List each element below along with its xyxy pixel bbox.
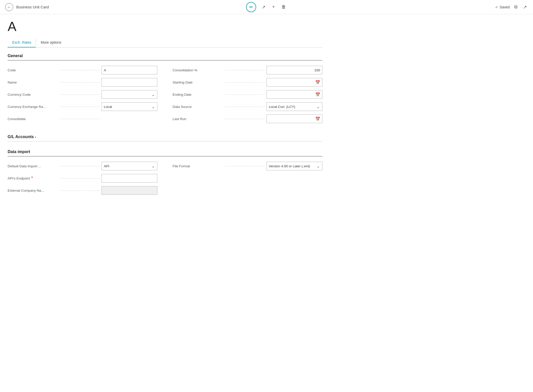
currency-exchange-rate-label: Currency Exchange Ra... (8, 105, 58, 109)
share-button[interactable]: ↗ (261, 3, 266, 11)
gl-accounts-title: G/L Accounts (8, 135, 34, 139)
gl-accounts-section: G/L Accounts › (8, 135, 322, 141)
field-row-starting-date: Starting Date 📅 (173, 78, 322, 87)
edit-button[interactable]: ✏ (246, 2, 256, 12)
code-field[interactable] (102, 66, 157, 74)
data-import-fields-grid: Default Data Import ... API (8, 161, 322, 198)
toolbar-center: ✏ ↗ + 🗑 (246, 2, 287, 12)
saved-indicator: ✓ Saved (495, 5, 510, 9)
last-run-label: Last Run (173, 117, 223, 121)
saved-label: Saved (499, 5, 510, 9)
open-new-tab-button[interactable]: ⧉ (513, 3, 519, 11)
file-format-input-wrapper: Version 4.00 or Later (.xml) (266, 162, 322, 170)
code-label: Code (8, 68, 58, 72)
default-data-import-select[interactable]: API (102, 162, 157, 170)
data-source-dots (225, 107, 265, 107)
consolidation-pct-field[interactable] (266, 66, 322, 74)
delete-button[interactable]: 🗑 (280, 3, 287, 11)
starting-date-label: Starting Date (173, 80, 223, 84)
data-source-select[interactable]: Local Curr. (LCY) (266, 102, 322, 111)
ending-date-input-wrapper: 📅 (266, 90, 322, 99)
saved-checkmark: ✓ (495, 5, 498, 9)
general-section: General Code Name (8, 54, 322, 126)
general-section-header: General (8, 54, 322, 60)
consolidation-pct-input-wrapper (266, 66, 322, 74)
tab-exch-rates[interactable]: Exch. Rates (8, 38, 36, 47)
last-run-input-wrapper: 📅 (266, 115, 322, 123)
default-data-import-dots (60, 166, 100, 166)
data-import-section-header: Data import (8, 150, 322, 156)
field-row-data-source: Data Source Local Curr. (LCY) (173, 102, 322, 111)
field-row-consolidate: Consolidate (8, 114, 157, 123)
tabs: Exch. Rates More options (8, 38, 322, 47)
last-run-dots (225, 119, 265, 119)
field-row-external-company-name: External Company Na... (8, 186, 157, 195)
field-row-consolidation-pct: Consolidation % (173, 66, 322, 75)
starting-date-input-wrapper: 📅 (266, 78, 322, 87)
field-row-apis-endpoint: API's Endpoint * (8, 174, 157, 183)
edit-icon: ✏ (249, 4, 253, 10)
name-input-wrapper (102, 78, 157, 87)
required-star-icon: * (31, 176, 33, 181)
currency-exchange-rate-input-wrapper: Local (102, 102, 157, 111)
consolidate-input-wrapper (102, 117, 157, 121)
file-format-label: File Format (173, 164, 223, 168)
field-row-default-data-import: Default Data Import ... API (8, 161, 157, 171)
name-field[interactable] (102, 78, 157, 87)
page-title: Business Unit Card (16, 5, 49, 9)
last-run-field[interactable] (266, 115, 322, 123)
currency-code-input-wrapper (102, 90, 157, 99)
default-data-import-label: Default Data Import ... (8, 164, 58, 168)
gl-accounts-section-header[interactable]: G/L Accounts › (8, 135, 322, 141)
external-company-name-input-wrapper (102, 186, 157, 195)
currency-exchange-rate-select[interactable]: Local (102, 102, 157, 111)
data-source-label: Data Source (173, 105, 223, 109)
data-source-input-wrapper: Local Curr. (LCY) (266, 102, 322, 111)
apis-endpoint-dots (60, 178, 100, 178)
currency-code-label: Currency Code (8, 93, 58, 96)
field-row-currency-exchange-rate: Currency Exchange Ra... Local (8, 102, 157, 111)
name-dots (60, 82, 100, 83)
external-company-name-dots (60, 190, 100, 191)
record-title: A (8, 19, 322, 34)
field-row-code: Code (8, 66, 157, 75)
consolidate-label: Consolidate (8, 117, 58, 121)
starting-date-dots (225, 82, 265, 83)
consolidation-pct-dots (225, 70, 265, 70)
external-company-name-label: External Company Na... (8, 189, 58, 192)
gl-accounts-chevron-icon: › (35, 135, 36, 139)
currency-code-dots (60, 94, 100, 95)
code-input-wrapper (102, 66, 157, 74)
data-import-section: Data import Default Data Import ... API (8, 150, 322, 198)
ending-date-label: Ending Date (173, 93, 223, 96)
general-fields-grid: Code Name (8, 66, 322, 126)
apis-endpoint-field[interactable] (102, 174, 157, 183)
tab-more-options[interactable]: More options (36, 38, 66, 47)
field-row-ending-date: Ending Date 📅 (173, 90, 322, 99)
file-format-select[interactable]: Version 4.00 or Later (.xml) (266, 162, 322, 170)
external-company-name-field (102, 186, 157, 195)
expand-button[interactable]: ↗ (522, 3, 528, 11)
toolbar-right: ✓ Saved ⧉ ↗ (495, 3, 528, 11)
general-fields-right: Consolidation % Starting Date (173, 66, 322, 126)
code-dots (60, 70, 100, 70)
apis-endpoint-input-wrapper (102, 174, 157, 183)
add-button[interactable]: + (271, 3, 276, 11)
toolbar: ← Business Unit Card ✏ ↗ + 🗑 ✓ Saved ⧉ ↗ (0, 0, 533, 14)
starting-date-field[interactable] (266, 78, 322, 87)
default-data-import-input-wrapper: API (102, 162, 157, 170)
main-content: A Exch. Rates More options General Code (0, 14, 330, 211)
ending-date-field[interactable] (266, 90, 322, 99)
data-import-fields-right: File Format Version 4.00 or Later (.xml) (173, 161, 322, 198)
apis-endpoint-label: API's Endpoint * (8, 176, 58, 181)
ending-date-dots (225, 94, 265, 95)
field-row-currency-code: Currency Code (8, 90, 157, 99)
field-row-file-format: File Format Version 4.00 or Later (.xml) (173, 161, 322, 171)
name-label: Name (8, 80, 58, 84)
field-row-name: Name (8, 78, 157, 87)
consolidation-pct-label: Consolidation % (173, 68, 223, 72)
field-row-last-run: Last Run 📅 (173, 114, 322, 123)
back-button[interactable]: ← (5, 3, 13, 11)
currency-code-select[interactable] (102, 90, 157, 99)
consolidate-dots (60, 119, 100, 119)
